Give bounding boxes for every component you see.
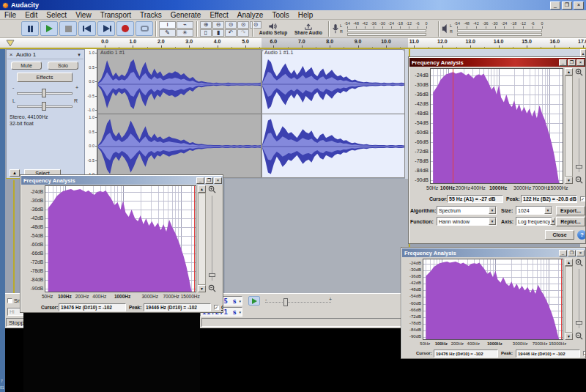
zoom-project-button[interactable]: ⊙ [237,21,249,29]
envelope-tool-button[interactable]: ⌁ [177,21,193,29]
fa-minimize-icon[interactable]: _ [559,59,567,66]
fa-grids-checkbox[interactable]: ✓ [583,351,586,356]
fa-grids-checkbox[interactable]: ✓ [214,305,219,310]
track-title[interactable]: Audio 1 [15,51,36,58]
fa-title-bar[interactable]: Frequency Analysis_❐× [409,58,586,67]
fa-scroll-up[interactable]: ▲ [565,68,573,75]
silence-audio-button[interactable]: ▮ [212,29,224,37]
menu-edit[interactable]: Edit [21,10,42,20]
fa-size-combo-arrow[interactable]: ▼ [544,207,552,214]
fa-close-icon[interactable]: × [576,250,585,256]
fa-algorithm-combo[interactable]: Spectrum▼ [437,206,497,215]
share-audio-button[interactable]: Share Audio [292,21,325,37]
pan-slider-thumb[interactable] [42,102,46,111]
selection-start-field-dropdown[interactable]: ▾ [239,299,242,303]
fa-axis-combo-arrow[interactable]: ▼ [550,218,555,225]
audio-clip-1[interactable]: Audio 1 #1 [97,49,262,178]
loop-button[interactable] [136,21,153,36]
menu-file[interactable]: File [0,10,21,20]
fa-zoom-out-icon[interactable] [575,176,583,184]
menu-tracks[interactable]: Tracks [136,10,166,20]
menu-generate[interactable]: Generate [166,10,206,20]
menu-transport[interactable]: Transport [96,10,136,20]
minimize-icon[interactable]: _ [550,1,560,10]
fa-maximize-icon[interactable]: ❐ [568,250,576,256]
recording-meter-scale[interactable]: -54-48-42-36-30-24-18-12-60 [346,21,434,37]
fa-close-icon[interactable]: × [576,59,585,66]
redo-button[interactable]: ↷ [237,29,249,37]
menu-effect[interactable]: Effect [205,10,232,20]
pause-button[interactable] [21,21,39,36]
fa-axis-combo[interactable]: Log frequency▼ [516,217,552,226]
track-collapse-button[interactable]: ▲ [10,169,20,177]
fa-plot[interactable] [45,185,196,292]
zoom-in-button[interactable]: ⊕ [200,21,212,29]
fa-zoom-slider-thumb[interactable] [209,273,215,277]
fa-function-combo[interactable]: Hann window▼ [437,217,497,226]
gain-slider-thumb[interactable] [42,89,46,97]
speed-slider-groove[interactable] [265,302,331,303]
multi-tool-button[interactable]: ✳ [177,29,193,37]
selection-tool-button[interactable]: I [159,21,176,29]
fa-export-button[interactable]: Export... [556,206,585,215]
fa-zoom-in-icon[interactable] [575,68,583,76]
audio-clip-2[interactable]: Audio 1 #1.1 [262,49,405,178]
fa-plot[interactable] [430,68,563,184]
close-icon[interactable]: × [574,1,584,10]
fa-zoom-out-icon[interactable] [575,332,583,340]
menu-tools[interactable]: Tools [267,10,293,20]
fa-zoom-out-icon[interactable] [208,284,216,292]
fa-maximize-icon[interactable]: ❐ [205,177,213,184]
fa-zoom-slider-thumb[interactable] [576,321,582,325]
menu-select[interactable]: Select [42,10,71,20]
fa-scroll-track[interactable] [198,193,206,285]
track-menu-arrow[interactable]: ▼ [77,53,84,57]
zoom-selection-button[interactable]: ⊙ [225,21,237,29]
draw-tool-button[interactable]: ✎ [159,29,176,37]
fa-zoom-slider[interactable] [579,78,579,172]
fa-size-combo[interactable]: 1024▼ [516,206,552,215]
fa-replot-button[interactable]: Replot... [556,217,585,226]
fa-maximize-icon[interactable]: ❐ [568,59,576,66]
play-at-speed-button[interactable] [248,296,260,306]
fa-close-button[interactable]: Close [545,230,574,240]
mute-button[interactable]: Mute [11,62,42,70]
fa-scroll-up[interactable]: ▲ [198,185,206,193]
fa-minimize-icon[interactable]: _ [196,177,204,184]
fa-close-icon[interactable]: × [214,177,222,184]
fa-title-bar[interactable]: Frequency Analysis_❐× [21,176,223,185]
fa-zoom-slider-thumb[interactable] [576,165,582,169]
snap-checkbox[interactable] [7,298,12,303]
fa-scroll-track[interactable] [565,75,573,177]
speed-slider-thumb[interactable] [283,298,288,306]
track-close-button[interactable]: × [7,51,15,59]
play-button[interactable] [40,21,58,36]
fa-zoom-slider[interactable] [212,196,212,281]
record-button[interactable] [116,21,134,36]
trim-audio-button[interactable]: ▯ [200,29,212,37]
fa-plot[interactable] [423,259,563,340]
fa-function-combo-arrow[interactable]: ▼ [489,218,496,225]
fa-zoom-in-icon[interactable] [575,259,583,267]
fa-zoom-slider[interactable] [579,269,579,328]
fa-minimize-icon[interactable]: _ [559,250,567,256]
fa-title-bar[interactable]: Frequency Analysis_❐× [402,248,586,257]
skip-to-end-button[interactable] [97,21,115,36]
solo-button[interactable]: Solo [48,62,78,70]
zoom-out-button[interactable]: ⊖ [212,21,224,29]
skip-to-start-button[interactable] [78,21,96,36]
fa-scroll-up[interactable]: ▲ [565,259,573,266]
fa-algorithm-combo-arrow[interactable]: ▼ [489,207,496,214]
menu-help[interactable]: Help [294,10,318,20]
fa-scroll-track[interactable] [565,266,573,333]
playback-meter-scale[interactable]: -54-48-42-36-30-24-18-12-60 [456,21,549,37]
fa-scroll-down[interactable]: ▼ [198,285,206,292]
fa-scroll-down[interactable]: ▼ [565,177,573,184]
audio-setup-button[interactable]: Audio Setup [256,21,290,37]
fa-zoom-in-icon[interactable] [208,185,216,193]
menu-view[interactable]: View [71,10,96,20]
fa-scroll-down[interactable]: ▼ [565,333,573,340]
stop-button[interactable] [59,21,77,36]
fa-grids-checkbox[interactable]: ✓ [580,196,585,201]
fa-help-button[interactable]: ? [577,230,586,240]
